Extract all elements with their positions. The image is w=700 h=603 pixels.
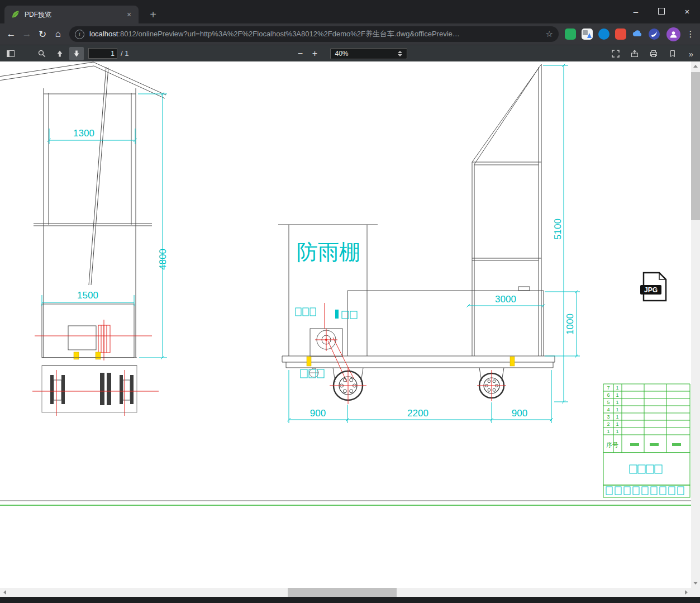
arrow-up-icon: [55, 49, 64, 58]
highlight-mark: [510, 357, 515, 366]
titleblock-qty: 1: [616, 385, 618, 391]
browser-menu-icon[interactable]: ⋮: [684, 29, 697, 39]
bookmark-star-icon[interactable]: ☆: [546, 29, 553, 39]
titleblock-row-number: 2: [607, 421, 609, 427]
dim-label-4800: 4800: [158, 249, 168, 270]
profile-avatar[interactable]: [666, 27, 680, 41]
titleblock-row-number: 6: [607, 392, 609, 398]
select-spinner-icon: [398, 51, 402, 56]
browser-window: PDF预览 × + – × ← → ↻ ⌂ i localhost:8012/o…: [0, 0, 700, 603]
arrow-down-icon: [72, 49, 81, 58]
url-text[interactable]: localhost:8012/onlinePreview?url=http%3A…: [89, 29, 541, 39]
search-icon: [37, 49, 46, 58]
close-button[interactable]: ×: [674, 0, 700, 22]
tab-pdf-preview[interactable]: PDF预览 ×: [4, 6, 139, 23]
window-controls: – ×: [623, 0, 700, 22]
new-tab-button[interactable]: +: [146, 8, 160, 21]
tab-close-icon[interactable]: ×: [124, 10, 134, 20]
horizontal-scroll-thumb[interactable]: [288, 588, 397, 597]
favicon-leaf-icon: [11, 10, 20, 19]
print-button[interactable]: [646, 47, 661, 60]
more-tools-button[interactable]: »: [684, 49, 698, 59]
side-view-right-wheel: [477, 368, 506, 401]
toolbar-right-group: »: [608, 45, 698, 62]
home-button[interactable]: ⌂: [50, 26, 66, 42]
extension-icon-shield[interactable]: [649, 29, 660, 40]
titleblock-qty: 1: [616, 400, 618, 405]
fullscreen-button[interactable]: [608, 47, 623, 60]
page-up-button[interactable]: [53, 47, 67, 60]
page-info-icon[interactable]: i: [75, 30, 84, 39]
titleblock-row-number: 7: [607, 385, 609, 391]
dim-label-2200: 2200: [407, 408, 428, 419]
address-bar[interactable]: i localhost:8012/onlinePreview?url=http%…: [69, 26, 559, 42]
forward-button[interactable]: →: [19, 26, 35, 42]
maximize-icon: [658, 8, 665, 15]
url-host: localhost: [89, 30, 118, 38]
sheet-border: [0, 501, 691, 505]
cad-side-view: 防雨棚: [278, 64, 555, 404]
title-block: 7 6 5 4 3 2 1 1 1 1 1 1 1 1 序号: [603, 384, 690, 497]
page-down-button[interactable]: [69, 47, 84, 60]
extension-icon-cloud[interactable]: [632, 29, 643, 40]
pdf-page[interactable]: 1300 4800 1500 防雨棚: [0, 61, 691, 588]
titleblock-qty: 1: [616, 392, 618, 398]
url-path: :8012/onlinePreview?url=http%3A%2F%2Floc…: [118, 30, 459, 38]
extension-icon-blue-circle[interactable]: [598, 29, 609, 40]
back-button[interactable]: ←: [3, 26, 19, 42]
dim-label-900-right: 900: [512, 408, 527, 419]
zoom-out-button[interactable]: −: [293, 49, 308, 59]
window-bottom-edge: [0, 597, 700, 603]
side-view-left-wheel: [330, 367, 366, 404]
open-file-icon: [630, 49, 639, 58]
dim-label-900-left: 900: [310, 408, 326, 419]
scroll-right-arrow[interactable]: [682, 588, 691, 597]
person-icon: [669, 30, 678, 39]
vertical-scrollbar[interactable]: [691, 61, 700, 588]
extension-icon-translate[interactable]: [582, 29, 593, 40]
bookmark-icon: [668, 49, 677, 58]
titleblock-row-number: 1: [607, 429, 609, 434]
scroll-up-arrow[interactable]: [691, 61, 700, 71]
extension-icon-red[interactable]: [615, 29, 626, 40]
extension-icon-green[interactable]: [565, 29, 576, 40]
titleblock-qty: 1: [616, 414, 618, 420]
titleblock-qty: 1: [616, 407, 618, 412]
cad-drawing: 1300 4800 1500 防雨棚: [0, 61, 691, 588]
minimize-button[interactable]: –: [623, 0, 649, 22]
maximize-button[interactable]: [649, 0, 674, 22]
titleblock-header-xuhao: 序号: [606, 441, 618, 448]
jpg-icon-label: JPG: [644, 286, 658, 294]
tab-title: PDF预览: [25, 10, 124, 20]
scroll-left-arrow[interactable]: [0, 588, 9, 597]
dim-label-1500: 1500: [77, 290, 98, 301]
titleblock-qty: 1: [616, 421, 618, 427]
search-button[interactable]: [35, 47, 49, 60]
dim-label-1300: 1300: [73, 128, 94, 139]
jpg-file-icon: JPG: [640, 273, 666, 301]
page-count-label: / 1: [121, 49, 128, 58]
fullscreen-icon: [611, 49, 620, 58]
pdf-toolbar: / 1 − + 40%: [0, 45, 700, 61]
titleblock-row-number: 5: [607, 400, 609, 405]
canopy-label: 防雨棚: [297, 240, 360, 264]
titleblock-row-number: 3: [607, 414, 609, 420]
page-number-input[interactable]: [88, 48, 117, 59]
bookmark-button[interactable]: [665, 47, 680, 60]
cloud-icon: [632, 29, 643, 40]
vertical-scroll-thumb[interactable]: [691, 72, 700, 220]
sidebar-toggle-icon: [6, 49, 15, 58]
print-icon: [649, 49, 658, 58]
wing-icon: [649, 29, 660, 40]
cad-left-view: [0, 62, 166, 416]
open-file-button[interactable]: [627, 47, 642, 60]
scroll-down-arrow[interactable]: [691, 578, 700, 588]
zoom-in-button[interactable]: +: [308, 49, 322, 59]
titleblock-qty: 1: [616, 429, 618, 434]
zoom-level-select[interactable]: 40%: [330, 48, 407, 59]
horizontal-scrollbar[interactable]: [0, 588, 691, 597]
scrollbar-corner: [691, 588, 700, 597]
highlight-mark: [74, 352, 79, 359]
sidebar-toggle-button[interactable]: [3, 47, 18, 60]
reload-button[interactable]: ↻: [35, 26, 50, 42]
